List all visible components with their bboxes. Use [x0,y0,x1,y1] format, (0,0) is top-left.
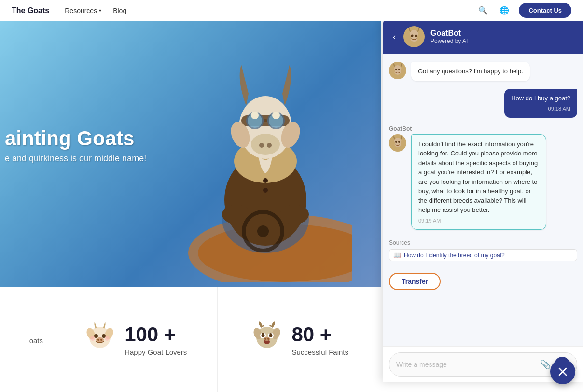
svg-point-48 [411,35,414,37]
nav-link-blog[interactable]: Blog [113,7,126,14]
transfer-button[interactable]: Transfer [389,273,441,290]
bot-avatar-greeting [389,62,406,79]
message-row-bot-response: GoatBot I couldn' [389,126,577,230]
transfer-button-wrapper: Transfer [389,271,577,292]
contact-us-button[interactable]: Contact Us [519,3,571,18]
svg-point-14 [267,143,272,148]
chat-input-row: 📎 [389,352,577,377]
svg-point-34 [105,336,110,341]
svg-point-22 [257,225,269,237]
svg-point-45 [267,338,269,340]
stat-label-happy-goat-lovers: Happy Goat Lovers [125,348,187,356]
svg-point-54 [395,69,397,70]
nav-actions: 🔍 🌐 Contact Us [476,3,571,18]
chat-header-info: GoatBot Powered by AI [430,29,575,44]
chat-close-button[interactable] [550,359,575,384]
svg-point-60 [395,141,397,143]
message-row-user-buy: How do I buy a goat? 09:18 AM [389,89,577,118]
nav-link-resources[interactable]: Resources ▾ [65,7,101,14]
hero-background: ainting Goats e and quirkiness is our mi… [0,21,381,287]
sources-label: Sources [389,239,577,246]
chat-messages: Got any questions? I'm happy to help. Ho… [383,54,583,346]
goat-faint-icon [250,319,284,360]
sources-section: Sources 📖 How do I identify the breed of… [389,238,577,263]
hero-subtitle-text: e and quirkiness is our middle name! [5,154,146,163]
svg-point-18 [263,188,268,193]
svg-point-61 [398,141,400,143]
goat-happy-icon [83,319,117,360]
chat-message-input[interactable] [396,361,536,368]
message-row-bot-detail: I couldn't find the exact information yo… [389,134,577,230]
svg-point-20 [280,205,309,224]
stat-label-partial: oats [29,336,43,345]
hero-text: ainting Goats e and quirkiness is our mi… [0,127,146,164]
stat-number-successful-faints: 80 + [292,323,348,346]
svg-point-16 [272,112,280,119]
chat-back-button[interactable]: ‹ [391,32,398,42]
chat-bot-name: GoatBot [430,29,575,38]
message-bubble-bot-response: I couldn't find the exact information yo… [411,134,546,230]
svg-point-17 [263,178,268,183]
svg-point-41 [269,334,273,337]
globe-icon[interactable]: 🌐 [498,4,511,17]
stat-item-happy-goat-lovers: 100 + Happy Goat Lovers [53,287,218,392]
svg-point-33 [90,336,95,341]
bot-name-label: GoatBot [389,126,577,132]
svg-point-40 [262,334,265,337]
stat-item-partial: oats [0,287,53,392]
hero-section: ainting Goats e and quirkiness is our mi… [0,21,381,287]
stat-content-happy-goat-lovers: 100 + Happy Goat Lovers [125,323,187,356]
source-link-text: How do I identify the breed of my goat? [404,252,505,259]
chat-panel: ‹ GoatBot Powered by AI [383,19,583,382]
svg-point-31 [97,339,99,341]
search-icon[interactable]: 🔍 [476,4,490,17]
message-row-greeting: Got any questions? I'm happy to help. [389,62,577,81]
message-bubble-user-buy: How do I buy a goat? 09:18 AM [504,89,577,118]
navigation: The Goats Resources ▾ Blog 🔍 🌐 Contact U… [0,0,583,21]
message-text-bot-response: I couldn't find the exact information yo… [418,140,538,214]
svg-point-15 [251,112,259,119]
chat-bot-avatar [403,26,425,47]
message-text-greeting: Got any questions? I'm happy to help. [418,68,523,75]
nav-brand: The Goats [12,6,49,15]
stats-bar: oats [0,287,381,392]
svg-point-32 [100,339,102,341]
book-icon: 📖 [393,252,401,259]
stat-content-successful-faints: 80 + Successful Faints [292,323,348,356]
svg-point-55 [398,69,400,70]
chevron-down-icon: ▾ [99,8,101,13]
hero-title-text: ainting Goats [5,127,134,150]
chat-bot-subtitle: Powered by AI [430,38,575,44]
svg-point-49 [415,35,417,37]
svg-point-13 [259,143,264,148]
svg-point-44 [264,338,266,340]
stat-item-successful-faints: 80 + Successful Faints [218,287,382,392]
stat-content-partial: oats [29,335,43,345]
svg-point-12 [251,134,280,155]
message-bubble-greeting: Got any questions? I'm happy to help. [411,62,530,81]
source-link[interactable]: 📖 How do I identify the breed of my goat… [389,249,577,261]
nav-link-resources-label: Resources [65,7,97,14]
chat-header: ‹ GoatBot Powered by AI [383,19,583,54]
bot-avatar-response [389,134,406,152]
attach-icon[interactable]: 📎 [540,359,551,370]
hero-subtitle: e and quirkiness is our middle name! [5,154,146,164]
stat-label-successful-faints: Successful Faints [292,348,348,356]
hero-title: ainting Goats [5,127,146,150]
svg-point-30 [96,337,104,342]
message-time-user-buy: 09:18 AM [511,105,570,113]
stat-number-happy-goat-lovers: 100 + [125,323,187,346]
nav-link-blog-label: Blog [113,7,126,14]
svg-rect-11 [264,119,267,122]
hero-goat-illustration [169,31,352,282]
nav-links: Resources ▾ Blog [65,7,476,14]
message-time-bot-response: 09:19 AM [418,217,539,225]
message-text-user-buy: How do I buy a goat? 09:18 AM [504,89,577,118]
